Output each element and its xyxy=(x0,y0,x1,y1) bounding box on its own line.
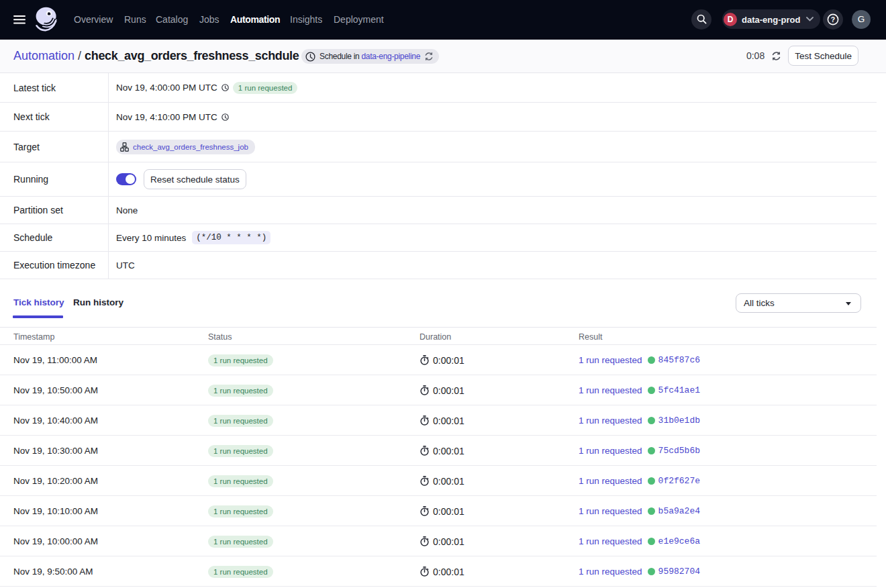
svg-text:?: ? xyxy=(831,15,835,23)
